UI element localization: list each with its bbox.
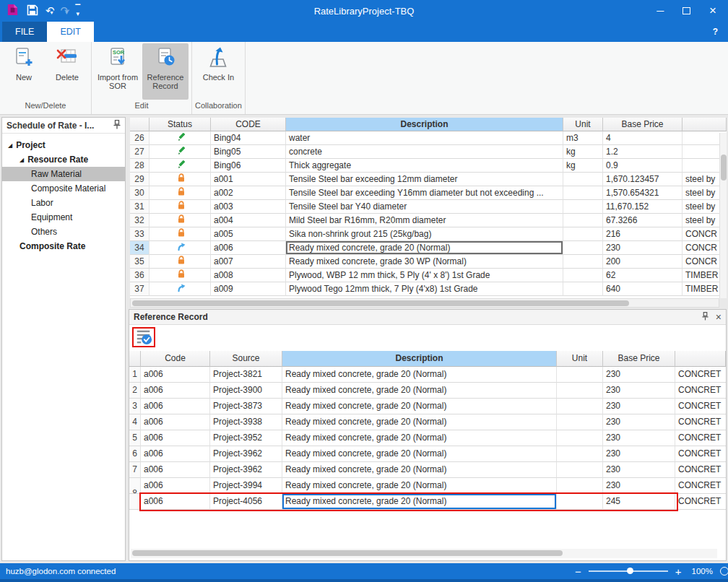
unit-cell[interactable]: kg [563, 145, 603, 159]
tab-file[interactable]: FILE [2, 22, 47, 42]
table-row[interactable]: 35a007Ready mixed concrete, grade 30 WP … [130, 255, 727, 269]
code-cell[interactable]: a006 [141, 399, 210, 414]
sidebar-item-labor[interactable]: Labor [2, 196, 125, 210]
base-price-cell[interactable]: 216 [603, 227, 682, 241]
base-price-cell[interactable]: 1,570.654321 [603, 186, 682, 200]
description-cell[interactable]: Tensile Steel bar Y40 diameter [286, 200, 563, 214]
sidebar-item-composite-rate[interactable]: Composite Rate [2, 239, 125, 253]
row-number[interactable]: 1 [129, 367, 141, 383]
unit-cell[interactable]: m3 [563, 131, 603, 145]
row-number[interactable]: 37 [130, 282, 150, 296]
unit-cell[interactable] [557, 399, 603, 414]
code-cell[interactable]: a007 [211, 255, 286, 269]
code-cell[interactable]: Bing05 [211, 145, 286, 159]
base-price-cell[interactable]: 230 [603, 383, 675, 399]
undo-icon[interactable]: ↶▾ [46, 5, 53, 17]
unit-cell[interactable] [557, 462, 603, 478]
description-cell[interactable]: Plywood Tego 12mm thick, 7 Ply (4'x8) 1s… [286, 282, 563, 296]
horizontal-scrollbar-main-thumb[interactable] [132, 300, 629, 306]
sidebar-item-resource-rate[interactable]: ◢Resource Rate [2, 152, 125, 167]
column-header[interactable]: Status [150, 118, 211, 131]
table-row[interactable]: 6a006Project-3962Ready mixed concrete, g… [129, 446, 726, 462]
base-price-cell[interactable]: 230 [603, 367, 675, 383]
base-price-cell[interactable]: 200 [603, 255, 682, 269]
status-cell[interactable] [150, 255, 211, 269]
column-header[interactable]: CODE [211, 118, 286, 131]
row-number[interactable]: 5 [129, 430, 141, 446]
check-in-button[interactable]: Check In [195, 43, 241, 100]
base-price-cell[interactable]: 230 [603, 399, 675, 414]
code-cell[interactable]: a006 [141, 462, 210, 478]
base-price-cell[interactable]: 230 [603, 446, 675, 462]
unit-cell[interactable] [563, 200, 603, 214]
description-cell[interactable]: Tensile Steel bar exceeding 12mm diamete… [286, 173, 563, 186]
code-cell[interactable]: a006 [141, 494, 210, 510]
row-number[interactable]: 8 [129, 478, 141, 494]
row-number[interactable]: 32 [130, 214, 150, 227]
sidebar-item-composite-material[interactable]: Composite Material [2, 181, 125, 196]
base-price-cell[interactable]: 0.9 [603, 159, 682, 173]
source-cell[interactable]: Project-3938 [210, 414, 282, 430]
expander-icon[interactable]: ◢ [8, 142, 12, 149]
description-cell[interactable]: Tensile Steel bar exceeding Y16mm diamet… [286, 186, 563, 200]
row-number[interactable]: 29 [130, 173, 150, 186]
sidebar-item-others[interactable]: Others [2, 225, 125, 239]
source-cell[interactable]: Project-4056 [210, 494, 282, 510]
zoom-slider-handle[interactable] [627, 568, 633, 574]
delete-button[interactable]: Delete [46, 43, 88, 100]
code-cell[interactable]: a004 [211, 214, 286, 227]
vertical-scrollbar[interactable] [719, 133, 727, 298]
column-header[interactable]: Base Price [603, 351, 675, 367]
code-cell[interactable]: a006 [141, 430, 210, 446]
horizontal-scrollbar-main[interactable] [130, 298, 719, 308]
save-icon[interactable] [27, 4, 38, 18]
row-number[interactable]: 36 [130, 269, 150, 282]
expander-icon[interactable]: ◢ [20, 157, 24, 163]
unit-cell[interactable] [557, 430, 603, 446]
status-cell[interactable] [150, 241, 211, 255]
base-price-cell[interactable]: 1,670.123457 [603, 173, 682, 186]
code-cell[interactable]: a006 [141, 414, 210, 430]
description-cell[interactable]: Ready mixed concrete, grade 20 (Normal) [282, 414, 557, 430]
base-price-cell[interactable]: 4 [603, 131, 682, 145]
description-cell[interactable]: Ready mixed concrete, grade 20 (Normal) [282, 478, 557, 494]
unit-cell[interactable] [563, 269, 603, 282]
minimize-button[interactable]: ─ [656, 5, 664, 17]
approve-record-button[interactable] [132, 327, 155, 347]
unit-cell[interactable] [557, 446, 603, 462]
column-header[interactable]: Description [286, 118, 563, 131]
status-cell[interactable] [150, 173, 211, 186]
source-cell[interactable]: Project-3994 [210, 478, 282, 494]
description-cell[interactable]: Ready mixed concrete, grade 30 WP (Norma… [286, 255, 563, 269]
code-cell[interactable]: a005 [211, 227, 286, 241]
unit-cell[interactable] [563, 241, 603, 255]
code-cell[interactable]: a009 [211, 282, 286, 296]
table-row[interactable]: 36a008Plywood, WBP 12 mm thick, 5 Ply (4… [130, 269, 727, 282]
maximize-button[interactable] [682, 7, 690, 14]
row-number[interactable]: 7 [129, 462, 141, 478]
base-price-cell[interactable]: 230 [603, 414, 675, 430]
unit-cell[interactable]: kg [563, 159, 603, 173]
table-row[interactable]: 29a001Tensile Steel bar exceeding 12mm d… [130, 173, 727, 186]
unit-cell[interactable] [557, 494, 603, 510]
table-row[interactable]: 28Bing06Thick aggregatekg0.9 [130, 159, 727, 173]
unit-cell[interactable] [563, 227, 603, 241]
column-header[interactable]: Description [282, 351, 557, 367]
description-cell[interactable]: Ready mixed concrete, grade 20 (Normal) [282, 446, 557, 462]
unit-cell[interactable] [557, 414, 603, 430]
description-cell[interactable]: Ready mixed concrete, grade 20 (Normal) [282, 367, 557, 383]
pin-icon[interactable] [113, 120, 121, 131]
row-number[interactable]: 31 [130, 200, 150, 214]
description-cell[interactable]: Ready mixed concrete, grade 20 (Normal) [282, 494, 557, 510]
unit-cell[interactable] [563, 173, 603, 186]
table-row[interactable]: 32a004Mild Steel bar R16mm, R20mm diamet… [130, 214, 727, 227]
description-cell[interactable]: Mild Steel bar R16mm, R20mm diameter [286, 214, 563, 227]
column-header[interactable]: Unit [563, 118, 603, 131]
base-price-cell[interactable]: 230 [603, 478, 675, 494]
source-cell[interactable]: Project-3962 [210, 462, 282, 478]
category-cell[interactable]: CONCRET [675, 414, 726, 430]
unit-cell[interactable] [563, 255, 603, 269]
base-price-cell[interactable]: 67.3266 [603, 214, 682, 227]
table-row[interactable]: 3a006Project-3873Ready mixed concrete, g… [129, 399, 726, 414]
table-row[interactable]: 8a006Project-3994Ready mixed concrete, g… [129, 478, 726, 494]
